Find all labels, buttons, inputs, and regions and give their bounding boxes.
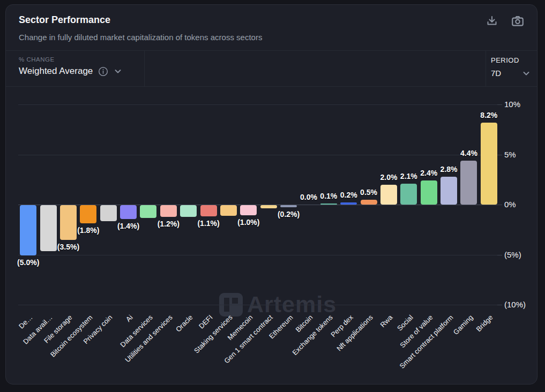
y-axis-label: 10%: [504, 100, 520, 109]
bar-value-label: (1.1%): [186, 219, 231, 228]
controls-divider-left: [144, 51, 145, 86]
y-axis-label: 0%: [504, 200, 516, 209]
bar-rwa[interactable]: [380, 185, 397, 205]
bar-file-storage[interactable]: [60, 205, 77, 240]
period-value: 7D: [491, 69, 501, 78]
bar-social[interactable]: [400, 184, 417, 205]
bar-nft-applications[interactable]: [361, 200, 377, 205]
header-divider: [6, 50, 537, 51]
bar-ethereum[interactable]: [280, 205, 297, 207]
bar-de-[interactable]: [20, 205, 36, 255]
controls-divider-right: [486, 51, 486, 86]
change-metric-label: % CHANGE: [19, 56, 122, 63]
chevron-down-icon: [522, 69, 531, 78]
y-axis-tick: [497, 205, 502, 205]
bar-value-label: (1.0%): [226, 218, 271, 227]
bar-memecoin[interactable]: [240, 205, 257, 215]
bar-value-label: (1.8%): [66, 226, 111, 235]
gridline: [18, 104, 499, 105]
page-subtitle: Change in fully diluted market capitaliz…: [19, 33, 262, 42]
change-metric-dropdown[interactable]: Weighted Average: [19, 66, 122, 77]
download-button[interactable]: [484, 13, 499, 28]
bar-bitcoin-ecosystem[interactable]: [80, 205, 96, 223]
bar-perp-dex[interactable]: [340, 202, 357, 205]
y-axis-tick: [497, 104, 502, 105]
bar-value-label: (1.4%): [106, 222, 151, 230]
bar-value-label: (3.5%): [46, 243, 91, 251]
bar-store-of-value[interactable]: [421, 180, 437, 205]
bar-smart-contract-platform[interactable]: [441, 177, 457, 205]
bar-utilities-and-services[interactable]: [160, 205, 177, 217]
period-label: PERIOD: [491, 56, 538, 64]
sector-performance-bar-chart: Artemis 10%5%0%(5%)(10%)(5.0%)De…Data av…: [6, 86, 538, 385]
sector-performance-card: Sector Performance Change in fully dilut…: [5, 4, 537, 385]
y-axis-label: (5%): [504, 250, 521, 259]
page-title: Sector Performance: [19, 14, 110, 26]
y-axis-tick: [497, 305, 502, 305]
bar-staking-services[interactable]: [220, 205, 237, 216]
y-axis-label: (10%): [504, 300, 526, 309]
period-dropdown[interactable]: 7D: [491, 69, 538, 78]
bar-value-label: (1.2%): [146, 220, 191, 228]
y-axis-tick: [497, 255, 502, 255]
bar-gaming[interactable]: [460, 161, 477, 205]
bar-value-label: (5.0%): [6, 258, 51, 267]
bar-gen-1-smart-contract[interactable]: [260, 205, 277, 208]
bar-defi[interactable]: [200, 205, 217, 216]
bar-exchange-tokens[interactable]: [320, 203, 337, 205]
bar-bridge[interactable]: [481, 123, 497, 205]
period-control: PERIOD 7D: [491, 56, 538, 78]
bar-privacy-coin[interactable]: [100, 205, 117, 221]
screenshot-button[interactable]: [510, 13, 525, 28]
chevron-down-icon: [114, 67, 122, 76]
gridline: [18, 255, 499, 255]
bar-oracle[interactable]: [180, 205, 197, 217]
bar-ai[interactable]: [120, 205, 137, 219]
bar-value-label: 8.2%: [466, 111, 511, 119]
y-axis-tick: [497, 155, 502, 155]
gridline: [18, 155, 499, 155]
change-metric-control: % CHANGE Weighted Average: [19, 56, 122, 77]
download-icon: [486, 14, 498, 27]
camera-icon: [511, 14, 525, 28]
info-icon[interactable]: [98, 66, 108, 77]
y-axis-label: 5%: [504, 150, 516, 159]
bar-value-label: (0.2%): [266, 210, 311, 218]
card-header: Sector Performance Change in fully dilut…: [6, 5, 537, 50]
gridline: [18, 305, 499, 305]
bar-data-services[interactable]: [140, 205, 156, 218]
change-metric-value: Weighted Average: [19, 66, 93, 77]
